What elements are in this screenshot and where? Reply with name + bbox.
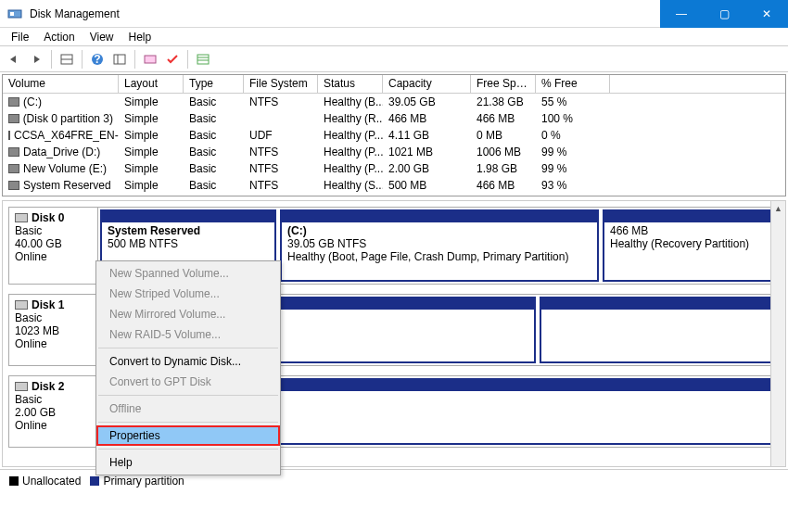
- disk-icon: [15, 382, 28, 391]
- menu-view[interactable]: View: [83, 29, 121, 45]
- cell-fs: UDF: [244, 128, 318, 143]
- cell-capacity: 39.05 GB: [383, 95, 471, 109]
- cell-status: Healthy (S...: [318, 178, 383, 193]
- cell-layout: Simple: [119, 128, 184, 143]
- window-title: Disk Management: [30, 7, 660, 20]
- check-button[interactable]: [162, 49, 183, 70]
- cell-type: Basic: [184, 95, 244, 109]
- scrollbar[interactable]: ▲: [770, 201, 785, 466]
- settings-button[interactable]: [109, 49, 130, 70]
- back-button[interactable]: [4, 49, 24, 70]
- disk-icon: [15, 213, 28, 222]
- volume-row[interactable]: CCSA_X64FRE_EN-...SimpleBasicUDFHealthy …: [3, 127, 785, 144]
- volume-row[interactable]: System ReservedSimpleBasicNTFSHealthy (S…: [3, 177, 785, 194]
- context-menu-separator: [98, 449, 278, 450]
- column-header[interactable]: Status: [318, 75, 383, 93]
- app-icon: [6, 5, 24, 23]
- refresh-button[interactable]: [140, 49, 160, 70]
- list-button[interactable]: [193, 49, 213, 70]
- context-menu: New Spanned Volume...New Striped Volume.…: [95, 260, 281, 475]
- volume-list-header: VolumeLayoutTypeFile SystemStatusCapacit…: [3, 75, 785, 94]
- help-button[interactable]: ?: [87, 49, 108, 70]
- cell-volume: (C:): [3, 95, 119, 109]
- cell-fs: NTFS: [244, 178, 318, 193]
- column-header[interactable]: Capacity: [383, 75, 471, 93]
- toolbar: ?: [0, 46, 788, 72]
- svg-rect-8: [145, 56, 156, 63]
- column-header[interactable]: % Free: [536, 75, 610, 93]
- cell-free: 466 MB: [471, 111, 536, 126]
- volume-icon: [8, 97, 19, 107]
- disk-info[interactable]: Disk 0Basic40.00 GBOnline: [9, 208, 98, 284]
- context-menu-item: Offline: [96, 399, 280, 419]
- cell-capacity: 466 MB: [383, 111, 471, 126]
- legend-unallocated: Unallocated: [9, 475, 81, 488]
- cell-type: Basic: [184, 145, 244, 159]
- column-header[interactable]: Free Spa...: [471, 75, 536, 93]
- cell-pfree: 93 %: [536, 178, 610, 193]
- volume-row[interactable]: New Volume (E:)SimpleBasicNTFSHealthy (P…: [3, 160, 785, 177]
- scroll-up-icon[interactable]: ▲: [771, 201, 785, 216]
- context-menu-item: New Spanned Volume...: [96, 263, 280, 284]
- column-header[interactable]: Layout: [119, 75, 184, 93]
- cell-capacity: 2.00 GB: [383, 161, 471, 176]
- column-header[interactable]: Volume: [3, 75, 119, 93]
- cell-status: Healthy (P...: [318, 145, 383, 159]
- column-header[interactable]: Type: [184, 75, 244, 93]
- context-menu-item: New RAID-5 Volume...: [96, 324, 280, 345]
- cell-fs: [244, 118, 318, 120]
- menubar: FileActionViewHelp: [0, 28, 788, 46]
- svg-rect-1: [10, 12, 14, 16]
- cell-capacity: 4.11 GB: [383, 128, 471, 143]
- cell-free: 1006 MB: [471, 145, 536, 159]
- context-menu-item[interactable]: Properties: [96, 425, 280, 446]
- svg-rect-9: [197, 55, 209, 64]
- partition[interactable]: [540, 297, 777, 363]
- cell-layout: Simple: [119, 111, 184, 126]
- context-menu-item[interactable]: Convert to Dynamic Disk...: [96, 351, 280, 372]
- cell-pfree: 99 %: [536, 161, 610, 176]
- volume-row[interactable]: (Disk 0 partition 3)SimpleBasicHealthy (…: [3, 110, 785, 127]
- svg-rect-6: [114, 55, 125, 64]
- cell-pfree: 0 %: [536, 128, 610, 143]
- menu-action[interactable]: Action: [36, 29, 82, 45]
- close-button[interactable]: ✕: [745, 0, 788, 28]
- cell-pfree: 100 %: [536, 111, 610, 126]
- cell-layout: Simple: [119, 95, 184, 109]
- cell-free: 1.98 GB: [471, 161, 536, 176]
- cell-status: Healthy (P...: [318, 128, 383, 143]
- maximize-button[interactable]: ▢: [703, 0, 745, 28]
- context-menu-item[interactable]: Help: [96, 452, 280, 473]
- cell-volume: (Disk 0 partition 3): [3, 111, 119, 126]
- cell-fs: NTFS: [244, 145, 318, 159]
- cell-fs: NTFS: [244, 161, 318, 176]
- volume-list: VolumeLayoutTypeFile SystemStatusCapacit…: [2, 74, 786, 196]
- context-menu-separator: [98, 348, 278, 348]
- volume-row[interactable]: (C:)SimpleBasicNTFSHealthy (B...39.05 GB…: [3, 94, 785, 110]
- cell-free: 0 MB: [471, 128, 536, 143]
- context-menu-item: Convert to GPT Disk: [96, 372, 280, 392]
- forward-button[interactable]: [26, 49, 46, 70]
- cell-fs: NTFS: [244, 95, 318, 109]
- menu-file[interactable]: File: [4, 29, 36, 45]
- view-panels-button[interactable]: [57, 49, 77, 70]
- minimize-button[interactable]: —: [660, 0, 703, 28]
- disk-info[interactable]: Disk 2Basic2.00 GBOnline: [9, 376, 98, 447]
- partition[interactable]: 466 MBHealthy (Recovery Partition): [603, 209, 777, 282]
- disk-info[interactable]: Disk 1Basic1023 MBOnline: [9, 295, 98, 365]
- column-header[interactable]: File System: [244, 75, 318, 93]
- cell-status: Healthy (P...: [318, 161, 383, 176]
- disk-icon: [15, 300, 28, 310]
- cell-volume: Data_Drive (D:): [3, 145, 119, 159]
- cell-volume: System Reserved: [3, 178, 119, 193]
- cell-type: Basic: [184, 111, 244, 126]
- volume-icon: [8, 114, 19, 123]
- partition[interactable]: (C:)39.05 GB NTFSHealthy (Boot, Page Fil…: [280, 209, 599, 282]
- cell-pfree: 55 %: [536, 95, 610, 109]
- cell-type: Basic: [184, 128, 244, 143]
- cell-volume: CCSA_X64FRE_EN-...: [3, 128, 119, 143]
- menu-help[interactable]: Help: [121, 29, 159, 45]
- volume-icon: [8, 147, 19, 157]
- context-menu-item: New Striped Volume...: [96, 284, 280, 304]
- volume-row[interactable]: Data_Drive (D:)SimpleBasicNTFSHealthy (P…: [3, 144, 785, 160]
